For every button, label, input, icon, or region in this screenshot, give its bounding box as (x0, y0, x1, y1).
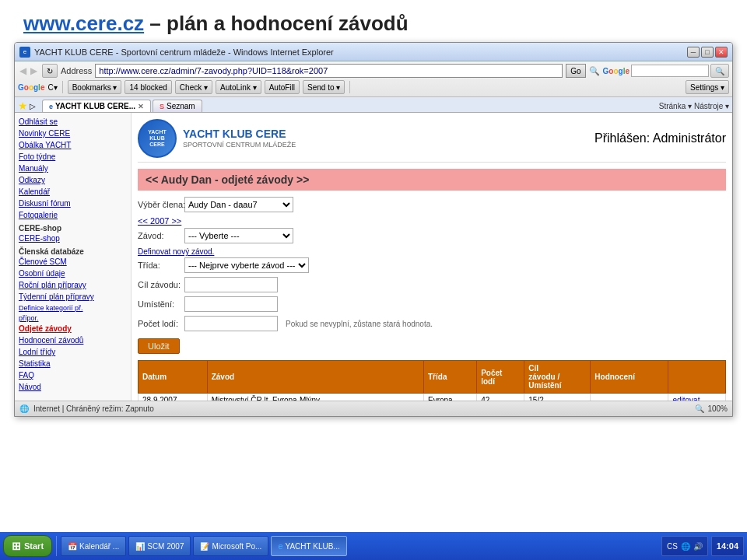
goal-input[interactable] (184, 277, 278, 292)
sidebar-faq[interactable]: FAQ (19, 370, 127, 381)
sidebar-statistika[interactable]: Statistika (19, 359, 127, 369)
logo-icon: YACHTKLUBCERE (138, 119, 177, 158)
toolbar-row: Google C▾ Bookmarks ▾ 14 blocked Check ▾… (18, 80, 729, 94)
start-button[interactable]: ⊞ Start (3, 535, 52, 557)
login-info: Přihlášen: Administrátor (594, 131, 726, 145)
member-select[interactable]: Audy Dan - daau7 (184, 197, 293, 212)
blocked-button[interactable]: 14 blocked (124, 80, 171, 94)
browser-toolbar: ◀ ▶ ↻ Address Go 🔍 Google 🔍 Google C▾ (15, 61, 732, 97)
placement-form-row: Umístění: (138, 296, 726, 312)
page-tools: Stránka ▾ Nástroje ▾ (659, 100, 729, 112)
sidebar-hodnoceni[interactable]: Hodnocení závodů (19, 335, 127, 346)
sendto-button[interactable]: Send to ▾ (303, 80, 345, 94)
edit-link-0[interactable]: editovat (672, 396, 721, 401)
save-button[interactable]: Uložit (138, 338, 180, 354)
logo-sub: SPORTOVNÍ CENTRUM MLÁDEŽE (183, 141, 296, 150)
sidebar-diskusi[interactable]: Diskusní fórum (19, 198, 127, 209)
check-button[interactable]: Check ▾ (175, 80, 212, 94)
browser-icon: e (19, 47, 30, 58)
sidebar-section-db: Členská databáze (19, 247, 127, 256)
tabs-bar: ★ ▷ e YACHT KLUB CERE... ✕ S Seznam Strá… (15, 97, 732, 113)
settings-button[interactable]: Settings ▾ (686, 80, 729, 94)
cell-class-0: Evropa (424, 394, 477, 401)
sidebar-navod[interactable]: Návod (19, 382, 127, 393)
define-race-link[interactable]: Definovat nový závod. (138, 247, 726, 256)
autofill-button[interactable]: AutoFill (265, 80, 300, 94)
placement-input[interactable] (184, 296, 278, 312)
tab-close-yacht[interactable]: ✕ (138, 103, 144, 110)
back-button[interactable]: ◀ (18, 65, 28, 76)
clock: 14:04 (711, 536, 744, 556)
ms-label: Microsoft Po... (212, 542, 261, 551)
taskbar-btn-scm[interactable]: 📊 SCM 2007 (128, 536, 191, 556)
sidebar-odkazy[interactable]: Odkazy (19, 175, 127, 186)
race-select[interactable]: --- Vyberte --- (184, 228, 293, 243)
browser-title-text: e YACHT KLUB CERE - Sportovní centrum ml… (19, 47, 334, 58)
status-text: Internet | Chráněný režim: Zapnuto (33, 404, 154, 413)
scm-icon: 📊 (135, 542, 145, 551)
sidebar-lodni[interactable]: Lodní třídy (19, 347, 127, 358)
boats-input[interactable] (184, 316, 278, 331)
taskbar-btn-kalendar[interactable]: 📅 Kalendář ... (61, 536, 126, 556)
website-link[interactable]: www.cere.cz (23, 12, 144, 35)
sidebar-novinky[interactable]: Novinky CERE (19, 128, 127, 139)
tools-button[interactable]: Nástroje ▾ (694, 102, 729, 110)
sidebar-definice[interactable]: Definice kategorií př.přípor. (19, 303, 127, 323)
ie-icon: e (278, 541, 282, 551)
sidebar-odjete[interactable]: Odjeté závody (19, 324, 127, 334)
site-header: YACHTKLUBCERE YACHT KLUB CERE SPORTOVNÍ … (138, 119, 726, 163)
sidebar-obalka[interactable]: Obálka YACHT (19, 140, 127, 151)
bookmarks-button[interactable]: Bookmarks ▾ (68, 80, 122, 94)
refresh-button[interactable]: ↻ (42, 64, 58, 78)
sidebar-tydenni[interactable]: Týdenní plán přípravy (19, 292, 127, 303)
left-sidebar: Odhlásit se Novinky CERE Obálka YACHT Fo… (15, 113, 132, 401)
sidebar-fotogalerie[interactable]: Fotogalerie (19, 210, 127, 221)
sidebar-kalendar[interactable]: Kalendář (19, 187, 127, 198)
network-icon: 🌐 (681, 542, 690, 551)
autolink-button[interactable]: AutoLink ▾ (216, 80, 261, 94)
nav-icons: ★ ▷ (18, 100, 36, 112)
google-search-button[interactable]: 🔍 (710, 64, 729, 78)
close-button[interactable]: ✕ (715, 47, 728, 58)
cell-boats-0: 42 (477, 394, 524, 401)
sidebar-odhlasit[interactable]: Odhlásit se (19, 117, 127, 128)
internet-icon: 🌐 (19, 404, 29, 413)
sidebar-manualy[interactable]: Manuály (19, 163, 127, 174)
sidebar-shop[interactable]: CERE-shop (19, 233, 127, 244)
lang-indicator: CS (667, 542, 678, 551)
forward-button[interactable]: ▶ (29, 65, 39, 76)
tab-yacht-klub[interactable]: e YACHT KLUB CERE... ✕ (42, 100, 151, 112)
kalendar-label: Kalendář ... (79, 542, 119, 551)
browser-window: e YACHT KLUB CERE - Sportovní centrum ml… (14, 42, 733, 417)
class-form-row: Třída: --- Nejprve vyberte závod --- (138, 257, 726, 273)
taskbar-btn-yacht[interactable]: e YACHT KLUB... (271, 536, 346, 556)
sidebar-clenove[interactable]: Členové SCM (19, 257, 127, 268)
taskbar-btn-ms[interactable]: 📝 Microsoft Po... (193, 536, 268, 556)
tab-seznam[interactable]: S Seznam (153, 100, 202, 112)
page-button[interactable]: Stránka ▾ (659, 102, 692, 110)
year-nav[interactable]: << 2007 >> (138, 216, 726, 226)
google-bar: Google C▾ (18, 83, 58, 92)
windows-logo: ⊞ (12, 540, 21, 552)
tab-icon-seznam: S (160, 103, 164, 110)
minimize-button[interactable]: ─ (687, 47, 700, 58)
add-tab-icon[interactable]: ▷ (30, 102, 36, 110)
tab-icon-yacht: e (49, 103, 53, 110)
search-icon[interactable]: 🔍 (589, 66, 600, 76)
google-search-input[interactable] (631, 65, 709, 77)
tab-seznam-label: Seznam (167, 102, 195, 110)
maximize-button[interactable]: □ (701, 47, 714, 58)
go-button[interactable]: Go (566, 64, 585, 78)
kalendar-icon: 📅 (68, 542, 77, 551)
class-select[interactable]: --- Nejprve vyberte závod --- (184, 257, 309, 273)
title-rest: – plán a hodnocení závodů (144, 12, 409, 35)
th-pocet: Početlodí (477, 361, 524, 394)
taskbar-sep1 (56, 536, 57, 556)
logo-text: YACHT KLUB CERE SPORTOVNÍ CENTRUM MLÁDEŽ… (183, 127, 296, 150)
sidebar-foto[interactable]: Foto týdne (19, 152, 127, 163)
sidebar-osobni[interactable]: Osobní údaje (19, 268, 127, 279)
address-bar[interactable] (95, 64, 563, 78)
favorites-star[interactable]: ★ (18, 100, 28, 112)
note-text: Pokud se nevyplní, zůstane stará hodnota… (286, 320, 433, 328)
sidebar-rocni[interactable]: Roční plán přípravy (19, 280, 127, 291)
